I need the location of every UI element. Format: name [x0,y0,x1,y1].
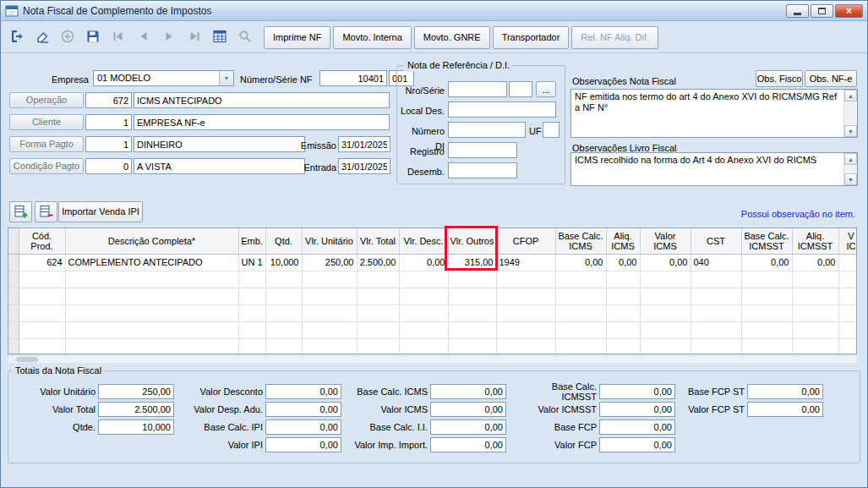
cell[interactable] [65,321,238,338]
cell[interactable] [555,271,606,288]
toolbar-button-transportador[interactable]: Transportador [493,26,570,49]
local-des-input[interactable] [448,101,556,118]
cell[interactable] [265,321,302,338]
total-value-base-calc-icms[interactable] [430,384,506,399]
obs-nfe-button[interactable]: Obs. NF-e [805,70,857,87]
close-button[interactable]: × [835,4,863,18]
registro-input[interactable] [448,142,517,158]
cell[interactable] [555,288,606,304]
total-value-valor-fcp-st[interactable] [747,402,823,417]
nro-serie-input-2[interactable] [509,81,532,97]
cell[interactable] [838,304,857,321]
cell[interactable] [238,321,265,338]
cell[interactable] [302,321,357,338]
cell[interactable] [691,304,741,321]
table-row[interactable] [8,304,857,321]
cell[interactable] [19,271,65,288]
chevron-down-icon[interactable]: ▼ [219,71,233,85]
cell[interactable] [555,304,606,321]
cell[interactable] [399,321,448,338]
cell[interactable] [65,288,238,304]
table-row[interactable] [8,288,857,304]
cell[interactable] [496,304,555,321]
cell[interactable]: COMPLEMENTO ANTECIPADO [65,254,238,271]
row-selector[interactable] [8,288,19,304]
cell[interactable]: 0,00 [640,254,691,271]
cell[interactable] [357,338,399,354]
cell[interactable]: 0,00 [792,254,838,271]
horizontal-scrollbar[interactable] [8,356,857,363]
cell[interactable] [448,338,496,354]
cell[interactable] [448,271,496,288]
scroll-down-icon[interactable]: ▼ [844,173,857,185]
total-value-valor-unitario[interactable] [98,384,174,399]
toolbar-button-movto-interna[interactable]: Movto. Interna [333,26,411,49]
column-header-qtd[interactable]: Qtd. [265,228,302,254]
column-header-cst[interactable]: CST [691,228,741,254]
total-value-valor-ipi[interactable] [265,437,341,452]
cell[interactable] [838,338,857,354]
empresa-combo[interactable]: 01 MODELO ▼ [93,70,234,86]
column-header-aliq-icmsst[interactable]: Aliq.ICMSST [792,228,838,254]
cell[interactable]: 0,00 [741,254,792,271]
entrada-input[interactable] [338,158,390,174]
cell[interactable] [640,321,691,338]
cell[interactable] [302,338,357,354]
forma-pagto-desc-input[interactable] [134,136,305,152]
maximize-button[interactable] [811,4,833,18]
cell[interactable] [606,271,640,288]
cell[interactable]: 10,000 [265,254,302,271]
cell[interactable] [640,288,691,304]
cell[interactable] [302,304,357,321]
total-value-valor-desp-adu[interactable] [265,402,341,417]
obs-livro-fiscal-textarea[interactable]: ICMS recolhido na forma do Art 4 do Anex… [570,152,858,186]
column-header-aliq-icms[interactable]: Aliq.ICMS [606,228,640,254]
column-header-vlr-outros[interactable]: Vlr. Outros [448,228,496,254]
cell[interactable] [399,338,448,354]
cell[interactable] [691,271,741,288]
cell[interactable] [741,321,792,338]
cell[interactable] [555,321,606,338]
operacao-desc-input[interactable] [134,92,390,108]
obs-livro-scrollbar[interactable]: ▲ ▼ [843,153,857,185]
total-value-base-calc-i-i[interactable] [430,419,506,435]
row-selector[interactable] [8,338,19,354]
desemb-input[interactable] [448,162,517,178]
cell[interactable] [19,304,65,321]
cell[interactable] [448,288,496,304]
possui-observacao-link[interactable]: Possui observação no item. [741,209,855,219]
total-value-qtde[interactable] [98,419,174,435]
cell[interactable]: 2.500,00 [357,254,399,271]
numero-nf-input[interactable] [319,70,387,86]
cell[interactable] [496,271,555,288]
cell[interactable] [555,338,606,354]
cell[interactable] [496,288,555,304]
column-header-valor-icms[interactable]: Valor ICMS [640,228,691,254]
table-row[interactable] [8,321,857,338]
cell[interactable] [496,321,555,338]
total-value-valor-icms[interactable] [430,402,506,417]
toolbar-button-movto-gnre[interactable]: Movto. GNRE [414,26,490,49]
cell[interactable] [265,271,302,288]
column-header-cod-prod[interactable]: Cód.Prod. [19,228,65,254]
column-header-vlr-total[interactable]: Vlr. Total [357,228,399,254]
cell[interactable]: 624 [19,254,65,271]
cell[interactable] [741,288,792,304]
column-header-vlr-unitario[interactable]: Vlr. Unitário [302,228,357,254]
total-value-base-calc-ipi[interactable] [265,419,341,435]
cell[interactable] [741,271,792,288]
cell[interactable] [838,288,857,304]
cell[interactable] [448,304,496,321]
cell[interactable] [606,304,640,321]
cell[interactable] [302,271,357,288]
item-remove-button[interactable] [35,201,57,222]
cell[interactable] [496,338,555,354]
column-header-base-calc-icms[interactable]: Base Calc.ICMS [555,228,606,254]
browse-button[interactable]: ... [536,81,556,97]
cell[interactable] [265,288,302,304]
save-button[interactable] [81,25,105,49]
cell[interactable]: 0,00 [606,254,640,271]
total-value-valor-total[interactable] [98,402,174,417]
cell[interactable] [640,338,691,354]
condicao-pagto-desc-input[interactable] [134,158,305,174]
